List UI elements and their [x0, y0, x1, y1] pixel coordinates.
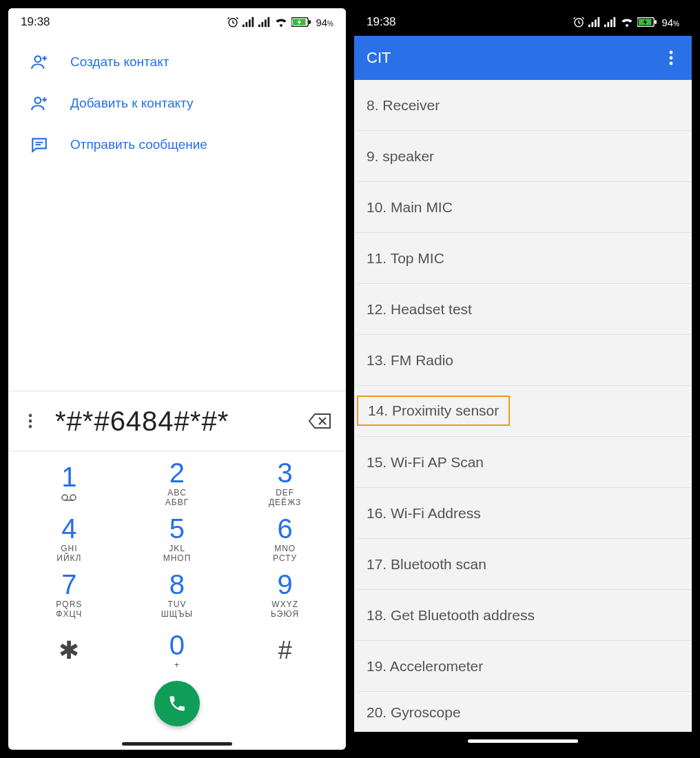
battery-icon	[291, 17, 311, 27]
list-item[interactable]: 13. FM Radio	[354, 335, 692, 386]
status-bar: 19:38 94%	[8, 8, 346, 36]
list-item[interactable]: 12. Headset test	[354, 284, 692, 335]
signal-icon-1	[243, 17, 255, 28]
key-digit: ✱	[59, 638, 79, 663]
key-letters-cyrillic: АБВГ	[165, 498, 189, 507]
key-letters-latin: TUV	[167, 600, 186, 609]
list-item-label: 18. Get Bluetooth address	[367, 607, 535, 624]
svg-rect-2	[246, 22, 248, 27]
nav-bar	[354, 732, 692, 750]
list-item-label: 17. Bluetooth scan	[367, 556, 486, 573]
keypad-key-1[interactable]: 1	[15, 455, 123, 511]
list-item[interactable]: 8. Receiver	[354, 80, 692, 131]
gesture-bar[interactable]	[122, 742, 232, 746]
svg-rect-22	[595, 19, 597, 27]
svg-rect-5	[258, 25, 260, 28]
key-digit: #	[278, 638, 292, 663]
overflow-menu-button[interactable]	[661, 50, 681, 65]
svg-rect-4	[252, 17, 254, 27]
test-list[interactable]: 8. Receiver9. speaker10. Main MIC11. Top…	[354, 80, 692, 732]
keypad-key-4[interactable]: 4GHIИЙКЛ	[15, 511, 123, 567]
wifi-icon	[274, 17, 288, 28]
key-letters-latin: JKL	[169, 544, 185, 553]
keypad-key-5[interactable]: 5JKLМНОП	[123, 511, 231, 567]
empty-area	[8, 168, 346, 391]
create-contact-button[interactable]: Создать контакт	[8, 41, 346, 83]
keypad-key-#[interactable]: #	[231, 622, 339, 678]
svg-rect-20	[588, 25, 590, 28]
status-time: 19:38	[367, 15, 396, 29]
list-item-label: 11. Top MIC	[367, 250, 444, 267]
list-item[interactable]: 18. Get Bluetooth address	[354, 590, 692, 641]
keypad-key-9[interactable]: 9WXYZЬЭЮЯ	[231, 567, 339, 623]
list-item[interactable]: 16. Wi-Fi Address	[354, 488, 692, 539]
list-item-label: 12. Headset test	[367, 301, 472, 318]
list-item[interactable]: 17. Bluetooth scan	[354, 539, 692, 590]
signal-icon-2	[604, 17, 617, 28]
list-item-label: 19. Accelerometer	[367, 658, 483, 675]
list-item-label: 9. speaker	[367, 148, 434, 165]
list-item[interactable]: 11. Top MIC	[354, 233, 692, 284]
key-letters-latin: PQRS	[56, 600, 82, 609]
battery-percent: 94%	[661, 17, 679, 28]
list-item[interactable]: 20. Gyroscope	[354, 692, 692, 732]
svg-rect-27	[614, 17, 616, 27]
svg-rect-6	[262, 22, 264, 27]
list-item-label: 15. Wi-Fi AP Scan	[367, 454, 484, 471]
svg-rect-8	[268, 17, 270, 27]
key-letters-cyrillic: МНОП	[163, 553, 192, 563]
key-letters-cyrillic: ДЕЁЖЗ	[269, 498, 301, 507]
keypad-key-0[interactable]: 0+	[123, 622, 231, 678]
more-options-button[interactable]	[19, 413, 41, 429]
list-item-highlighted[interactable]: 14. Proximity sensor	[357, 396, 510, 426]
key-letters-latin: GHI	[61, 544, 77, 553]
keypad-key-2[interactable]: 2ABCАБВГ	[123, 455, 231, 511]
list-item[interactable]: 15. Wi-Fi AP Scan	[354, 437, 692, 488]
signal-icon-2	[258, 17, 271, 28]
key-letters-latin: MNO	[274, 544, 296, 553]
svg-rect-26	[610, 19, 612, 27]
dial-keypad: 12ABCАБВГ3DEFДЕЁЖЗ4GHIИЙКЛ5JKLМНОП6MNOРС…	[8, 451, 346, 678]
svg-point-13	[35, 97, 41, 103]
wifi-icon	[620, 17, 634, 28]
backspace-button[interactable]	[305, 413, 335, 429]
list-item-label: 10. Main MIC	[367, 199, 453, 216]
list-item[interactable]: 10. Main MIC	[354, 182, 692, 233]
phone-icon	[167, 694, 187, 713]
alarm-icon	[227, 16, 239, 28]
dialer-screen: 19:38 94% Создать контакт Добавить к кон…	[8, 8, 346, 750]
add-to-contact-button[interactable]: Добавить к контакту	[8, 83, 346, 124]
svg-point-15	[29, 420, 32, 423]
svg-point-18	[70, 495, 76, 500]
svg-point-12	[35, 56, 41, 62]
voicemail-icon	[61, 492, 76, 503]
status-time: 19:38	[21, 15, 50, 29]
cit-screen: 19:38 94% CIT 8. Receiver9. speaker10. M…	[354, 8, 692, 750]
key-letters-cyrillic: ЬЭЮЯ	[271, 609, 299, 619]
keypad-key-✱[interactable]: ✱	[15, 622, 123, 678]
gesture-bar[interactable]	[468, 739, 578, 743]
key-letters-latin: WXYZ	[271, 600, 298, 609]
battery-percent: 94%	[316, 17, 333, 28]
keypad-key-8[interactable]: 8TUVШЩЪЫ	[123, 567, 231, 623]
keypad-key-6[interactable]: 6MNOРСТУ	[231, 511, 339, 567]
more-vert-icon	[669, 50, 673, 65]
list-item[interactable]: 14. Proximity sensor	[354, 386, 692, 437]
dialed-number: *#*#6484#*#*	[41, 406, 305, 437]
list-item[interactable]: 9. speaker	[354, 131, 692, 182]
svg-rect-24	[604, 25, 606, 28]
key-letters-cyrillic: ИЙКЛ	[56, 553, 81, 563]
call-button[interactable]	[154, 681, 200, 726]
svg-point-32	[670, 57, 673, 60]
key-digit: 9	[278, 571, 293, 598]
svg-rect-7	[265, 19, 267, 27]
list-item[interactable]: 19. Accelerometer	[354, 641, 692, 692]
app-title: CIT	[367, 49, 391, 67]
keypad-key-3[interactable]: 3DEFДЕЁЖЗ	[231, 455, 339, 511]
key-letters-latin: +	[174, 660, 180, 670]
app-bar: CIT	[354, 36, 692, 80]
send-message-button[interactable]: Отправить сообщение	[8, 124, 346, 165]
key-letters-latin: DEF	[276, 488, 294, 498]
svg-point-14	[29, 414, 32, 418]
keypad-key-7[interactable]: 7PQRSФХЦЧ	[15, 567, 123, 623]
